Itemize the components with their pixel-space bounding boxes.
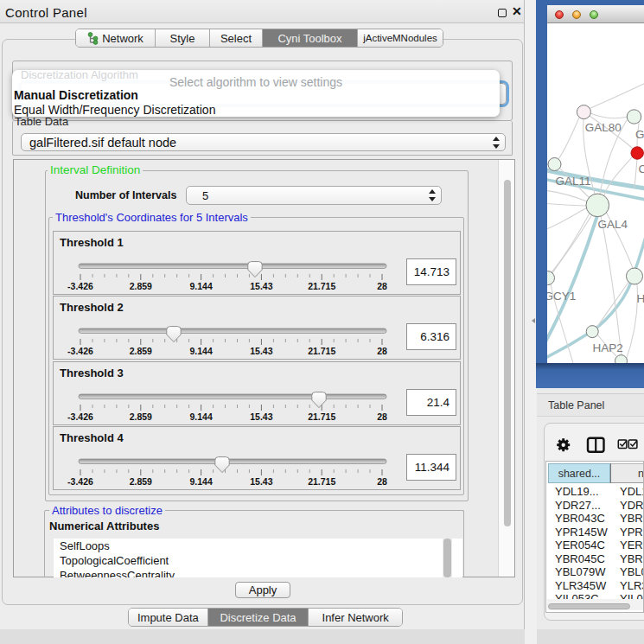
svg-text:2.859: 2.859 <box>130 346 152 356</box>
svg-text:-3.426: -3.426 <box>67 476 93 487</box>
svg-text:21.715: 21.715 <box>308 346 335 356</box>
svg-text:G.: G. <box>635 128 644 141</box>
svg-text:15.43: 15.43 <box>250 346 272 356</box>
svg-text:15.43: 15.43 <box>250 411 272 422</box>
svg-text:9.144: 9.144 <box>189 411 212 422</box>
svg-text:2.859: 2.859 <box>130 281 152 291</box>
svg-text:C: C <box>638 163 644 175</box>
svg-text:9.144: 9.144 <box>189 346 212 356</box>
svg-text:GAL4: GAL4 <box>597 218 628 231</box>
svg-text:GAL11: GAL11 <box>555 175 590 188</box>
svg-text:9.144: 9.144 <box>189 281 212 291</box>
svg-text:28: 28 <box>377 476 387 487</box>
svg-text:GAL80: GAL80 <box>584 121 621 134</box>
svg-text:GCY1: GCY1 <box>547 290 576 303</box>
svg-text:28: 28 <box>377 411 387 422</box>
svg-text:28: 28 <box>377 346 387 356</box>
svg-text:15.43: 15.43 <box>250 476 272 487</box>
svg-text:-3.426: -3.426 <box>67 281 93 291</box>
svg-text:-3.426: -3.426 <box>67 346 93 356</box>
svg-text:-3.426: -3.426 <box>67 411 93 422</box>
svg-text:15.43: 15.43 <box>250 281 272 291</box>
svg-text:2.859: 2.859 <box>130 411 152 422</box>
svg-text:H: H <box>636 292 644 305</box>
svg-text:21.715: 21.715 <box>308 476 335 487</box>
svg-text:2.859: 2.859 <box>130 476 152 487</box>
svg-text:21.715: 21.715 <box>308 281 335 291</box>
svg-text:28: 28 <box>377 281 387 291</box>
svg-text:9.144: 9.144 <box>189 476 212 487</box>
svg-text:HAP2: HAP2 <box>592 341 622 354</box>
svg-text:21.715: 21.715 <box>308 411 335 422</box>
